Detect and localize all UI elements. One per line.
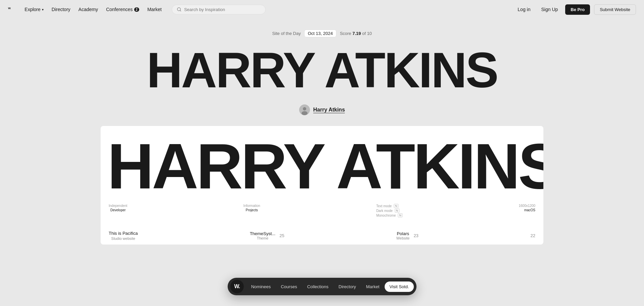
nav-explore[interactable]: Explore ▾ — [21, 5, 47, 14]
hero-title: HARRY ATKINS — [0, 45, 644, 95]
submit-website-button[interactable]: Submit Website — [594, 4, 636, 15]
search-input[interactable] — [184, 7, 261, 12]
be-pro-button[interactable]: Be Pro — [565, 4, 590, 15]
conferences-badge: 2 — [134, 7, 140, 12]
bottom-num-last: 22 — [531, 233, 535, 238]
meta-resolution: 1600x1200 — [519, 204, 535, 208]
meta-os: macOS — [519, 208, 535, 212]
floating-nav-nominees[interactable]: Nominees — [247, 281, 276, 292]
bottom-sub-theme: Theme — [250, 236, 276, 240]
svg-point-4 — [302, 111, 308, 115]
signup-button[interactable]: Sign Up — [538, 5, 561, 14]
meta-info-label: Information — [244, 204, 260, 208]
brand-logo[interactable]: W. — [8, 5, 10, 14]
preview-card: HARRY ATKINS Independent Developer Infor… — [101, 126, 543, 245]
author-row: Harry Atkins — [0, 104, 644, 115]
mode-dark-label: Dark mode — [376, 209, 393, 213]
bottom-sub-polaris: Website — [396, 236, 410, 240]
floating-nav: W. Nominees Courses Collections Director… — [228, 278, 417, 295]
bottom-strip: This is Pacifica Studio website ThemeSys… — [101, 227, 543, 245]
floating-nav-market[interactable]: Market — [361, 281, 384, 292]
bottom-sub-pacifica: Studio website — [109, 236, 138, 241]
svg-line-1 — [180, 10, 181, 11]
bottom-title-pacifica: This is Pacifica — [109, 231, 138, 236]
meta-group-resolution: 1600x1200 macOS — [519, 204, 535, 217]
mode-mono-value: N — [398, 213, 403, 217]
bottom-num-theme: 25 — [279, 233, 284, 238]
nav-right: Log in Sign Up Be Pro Submit Website — [514, 4, 636, 15]
meta-group-left: Independent Developer — [109, 204, 127, 217]
mode-dark-value: N — [395, 209, 400, 213]
nav-links: Explore ▾ Directory Academy Conferences … — [21, 5, 514, 14]
bottom-item-pacifica: This is Pacifica Studio website — [109, 231, 138, 241]
mode-mono-row: Monochrome N — [376, 213, 403, 217]
bottom-title-polaris: Polars — [396, 231, 410, 236]
mode-text-label: Text mode — [376, 204, 392, 208]
floating-nav-visit-sotd[interactable]: Visit Sotd. — [385, 281, 414, 292]
hero-section: Site of the Day Oct 13, 2024 Score 7.19 … — [0, 19, 644, 245]
search-icon — [177, 7, 181, 12]
mode-mono-label: Monochrome — [376, 214, 396, 217]
site-of-day-label: Site of the Day — [272, 31, 301, 36]
login-button[interactable]: Log in — [514, 5, 534, 14]
floating-nav-directory[interactable]: Directory — [334, 281, 361, 292]
nav-academy[interactable]: Academy — [75, 5, 101, 14]
meta-independent-label: Independent — [109, 204, 127, 208]
preview-big-title: HARRY ATKINS — [101, 126, 543, 199]
mode-dark-row: Dark mode N — [376, 209, 403, 213]
preview-meta: Independent Developer Information Projec… — [101, 201, 543, 224]
meta-group-info: Information Projects — [244, 204, 260, 217]
floating-logo[interactable]: W. — [230, 280, 244, 293]
mode-text-value: N — [394, 204, 399, 208]
bottom-num-polaris: 23 — [414, 233, 418, 238]
floating-nav-collections[interactable]: Collections — [303, 281, 333, 292]
svg-point-3 — [303, 107, 306, 111]
nav-directory[interactable]: Directory — [48, 5, 74, 14]
search-bar[interactable] — [172, 5, 266, 14]
nav-market[interactable]: Market — [144, 5, 165, 14]
meta-developer-value: Developer — [109, 208, 127, 212]
navbar: W. Explore ▾ Directory Academy Conferenc… — [0, 0, 644, 19]
nav-conferences[interactable]: Conferences 2 — [103, 5, 143, 14]
bottom-item-theme: ThemeSyst... Theme 25 — [250, 231, 284, 240]
preview-inner: HARRY ATKINS Independent Developer Infor… — [101, 126, 543, 224]
site-of-day-date: Oct 13, 2024 — [304, 30, 336, 37]
bottom-item-polaris: Polars Website 23 — [396, 231, 419, 240]
site-of-day-bar: Site of the Day Oct 13, 2024 Score 7.19 … — [0, 30, 644, 37]
meta-projects-value: Projects — [244, 208, 260, 212]
bottom-title-theme: ThemeSyst... — [250, 231, 276, 236]
avatar — [299, 104, 310, 115]
floating-logo-text: W. — [234, 283, 240, 290]
floating-nav-courses[interactable]: Courses — [276, 281, 302, 292]
author-name[interactable]: Harry Atkins — [313, 107, 345, 113]
site-of-day-score: Score 7.19 of 10 — [340, 31, 372, 36]
mode-text-row: Text mode N — [376, 204, 403, 208]
meta-modes: Text mode N Dark mode N Monochrome N — [376, 204, 403, 217]
